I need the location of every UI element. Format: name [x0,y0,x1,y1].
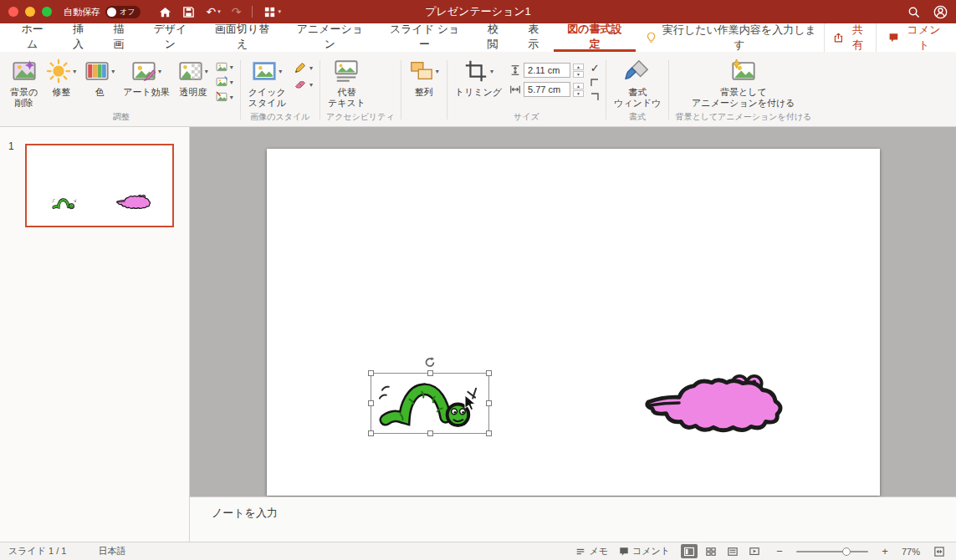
height-step-up[interactable]: ▲ [573,64,584,70]
crocodile-image[interactable] [642,373,789,438]
chevron-down-icon: ▾ [309,81,313,89]
comments-toggle-button[interactable]: コメント [619,545,670,557]
tab-review[interactable]: 校閲 [473,23,514,52]
resize-handle-sw[interactable] [368,430,374,436]
ribbon-group-arrange: ▾ 整列 [402,52,446,126]
resize-handle-ne[interactable] [486,370,492,376]
lightbulb-icon [646,32,657,43]
redo-button[interactable]: ↷ [232,6,242,18]
minimize-window-button[interactable] [25,7,35,17]
tab-draw[interactable]: 描画 [99,23,140,52]
zoom-percent[interactable]: 77% [902,547,920,557]
tell-me-button[interactable]: 実行したい作業内容を入力します [639,23,824,52]
chevron-down-icon: ▾ [436,68,439,75]
color-button[interactable]: ▾ 色 [80,56,119,99]
notes-toggle-button[interactable]: メモ [575,545,608,557]
normal-view-button[interactable] [681,544,698,558]
resize-handle-se[interactable] [486,430,492,436]
resize-handle-nw[interactable] [368,370,374,376]
height-step-down[interactable]: ▼ [573,71,584,78]
alt-text-button[interactable]: 代替 テキスト [324,56,370,110]
artistic-effects-button[interactable]: ▾ アート効果 [119,56,174,99]
pen-icon [294,61,307,74]
toggle-knob [107,8,116,17]
home-icon [159,6,171,18]
fit-to-window-button[interactable] [931,544,948,558]
slide-thumbnail[interactable] [25,144,174,227]
comment-icon [888,32,899,43]
resize-handle-e[interactable] [486,400,492,406]
comments-button[interactable]: コメント [888,23,944,53]
resize-handle-n[interactable] [427,370,433,376]
change-picture-button[interactable]: ▾ [214,76,235,88]
width-step-down[interactable]: ▼ [573,90,584,97]
chevron-down-icon: ▾ [309,64,313,72]
tab-design[interactable]: デザイン [139,23,201,52]
arrange-button[interactable]: ▾ 整列 [405,56,443,99]
slide-sorter-view-button[interactable] [703,544,719,558]
tab-view[interactable]: 表示 [514,23,555,52]
width-step-up[interactable]: ▲ [573,83,584,89]
close-window-button[interactable] [8,7,18,17]
resize-handle-s[interactable] [427,430,433,436]
save-button[interactable] [182,6,195,18]
undo-button[interactable]: ↶ ▾ [206,6,220,18]
language-indicator[interactable]: 日本語 [99,545,126,557]
width-input[interactable] [524,82,570,97]
zoom-window-button[interactable] [42,7,52,17]
chevron-down-icon: ▾ [230,64,233,71]
corner-anchor-icon[interactable] [590,92,600,102]
zoom-slider[interactable] [796,546,868,557]
reading-view-button[interactable] [724,544,741,558]
reset-picture-button[interactable]: ▾ [214,91,235,103]
fit-to-window-icon [934,547,944,557]
animate-as-background-button[interactable]: 背景として アニメーションを付ける [688,56,799,110]
tab-slideshow[interactable]: スライド ショー [376,23,473,52]
group-label-picture-styles: 画像のスタイル [242,111,319,126]
tab-picture-format[interactable]: 図の書式設定 [554,23,636,52]
zoom-slider-knob[interactable] [842,547,851,556]
corrections-button[interactable]: ▾ 修整 [42,56,80,99]
compress-picture-button[interactable]: ▾ [214,61,235,73]
home-button[interactable] [159,6,171,18]
corrections-icon [46,59,71,84]
slide-number: 1 [8,140,14,152]
compress-picture-icon [216,61,227,73]
autosave-toggle[interactable]: オフ [105,6,141,18]
corner-anchor-icon[interactable] [590,78,600,88]
zoom-out-button[interactable]: − [774,545,785,557]
picture-border-button[interactable]: ▾ [292,61,314,74]
slideshow-button[interactable] [746,544,763,558]
reset-picture-icon [216,91,227,103]
group-label-adjust: 調整 [3,111,239,126]
picture-effects-button[interactable]: ▾ [292,78,314,91]
notes-pane[interactable]: ノートを入力 [190,496,956,542]
crop-button[interactable]: ▾ トリミング [451,56,506,99]
chevron-down-icon: ▾ [230,79,233,86]
group-separator [447,60,447,120]
remove-background-label: 背景の 削除 [10,87,38,109]
lock-aspect-ratio-checkbox[interactable]: ✓ [590,63,600,74]
zoom-slider-track [796,551,868,552]
tab-home[interactable]: ホーム [7,23,58,52]
group-separator [606,60,606,120]
mouse-cursor-icon [464,395,476,411]
ribbon-group-accessibility: 代替 テキスト アクセシビリティ [321,52,400,126]
transparency-button[interactable]: ▾ 透明度 [174,56,212,99]
height-input[interactable] [524,63,570,78]
zoom-in-button[interactable]: + [879,545,891,557]
account-button[interactable] [933,5,948,19]
rotate-handle[interactable] [424,356,437,369]
search-button[interactable] [907,6,920,18]
remove-background-button[interactable]: 背景の 削除 [6,56,42,110]
resize-handle-w[interactable] [368,400,374,406]
tab-insert[interactable]: 挿入 [58,23,99,52]
quick-styles-button[interactable]: ▾ クイック スタイル [244,56,290,110]
tab-animations[interactable]: アニメーション [284,23,377,52]
tab-transitions[interactable]: 画面切り替え [202,23,284,52]
quick-access-button[interactable]: ▾ [263,6,281,18]
share-button[interactable]: 共有 [824,19,877,56]
format-pane-button[interactable]: 書式 ウィンドウ [610,56,665,110]
slide[interactable] [267,149,880,496]
remove-background-icon [12,59,37,84]
